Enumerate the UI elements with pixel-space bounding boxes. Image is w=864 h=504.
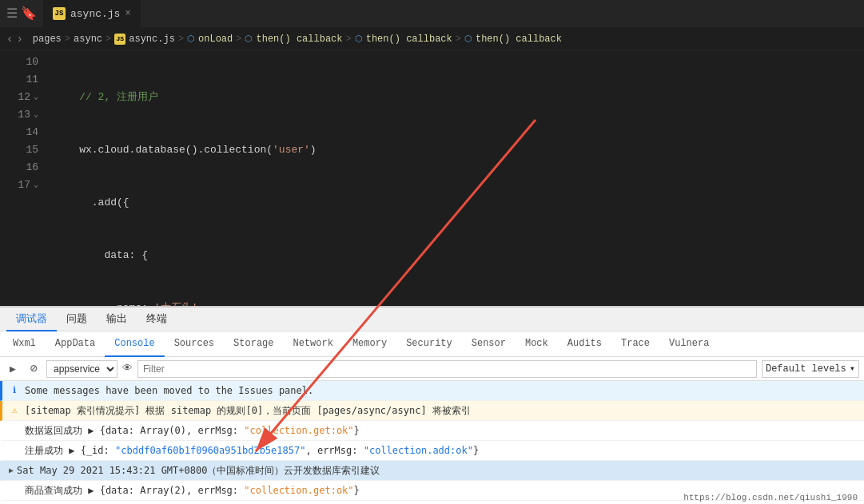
code-area: 10 11 12⌄ 13⌄ 14 15 16 17⌄ // 2, 注册用户 wx… [0,50,864,306]
console-msg-sat1[interactable]: ▶ Sat May 29 2021 15:43:21 GMT+0800（中国标准… [0,461,864,481]
filter-input[interactable] [137,360,757,378]
row-arrow-icon: ▶ [9,463,14,478]
nav-back-icon[interactable]: ‹ [6,33,13,46]
info-icon: ℹ [9,385,20,396]
breadcrumb-then1[interactable]: then() callback [256,34,342,45]
code-comment: // 2, 注册用户 [54,91,158,103]
app-wrapper: ☰ 🔖 JS async.js × ‹ › pages > async > JS… [0,0,864,504]
code-line-14: name: '大石头' [48,300,864,306]
breadcrumb-onload[interactable]: onLoad [198,34,233,45]
tab-memory[interactable]: Memory [343,331,396,357]
tab-debugger[interactable]: 调试器 [6,308,57,331]
devtools-tabs2: Wxml AppData Console Sources Storage Net… [0,331,864,357]
tab-console[interactable]: Console [105,331,164,357]
tab-vulnera[interactable]: Vulnera [659,331,719,357]
stop-button[interactable]: ⊘ [26,361,42,377]
code-text: data: { [54,249,148,261]
msg-empty-icon [9,425,20,436]
devtools-tabs1: 调试器 问题 输出 终端 [0,308,864,331]
devtools-panel: 调试器 问题 输出 终端 Wxml AppData Console Source… [0,306,864,504]
breadcrumb-pages[interactable]: pages [33,34,62,45]
breadcrumb: ‹ › pages > async > JS async.js > ⬡ onLo… [0,28,864,50]
tab-appdata[interactable]: AppData [46,331,105,357]
tab-network[interactable]: Network [284,331,343,357]
tab-sources[interactable]: Sources [165,331,224,357]
msg-text-register: 注册成功 ▶ {_id: "cbddf0af60b1f0960a951bd2b5… [25,443,858,458]
msg-text-info: Some messages have been moved to the Iss… [25,383,858,398]
eye-button[interactable]: 👁 [122,363,133,375]
code-line-12: .add({ [48,194,864,212]
msg-text-warn: [sitemap 索引情况提示] 根据 sitemap 的规则[0]，当前页面 … [25,403,858,418]
tab-trace[interactable]: Trace [611,331,659,357]
tab-sensor[interactable]: Sensor [462,331,516,357]
breadcrumb-js-icon: JS [114,34,125,45]
breadcrumb-sep-6: > [456,34,461,45]
breadcrumb-sep-2: > [106,34,111,45]
line-15-num: 15 [0,141,38,159]
line-17-num: 17⌄ [0,177,38,194]
fold-12[interactable]: ⌄ [34,89,38,106]
console-msg-info: ℹ Some messages have been moved to the I… [0,381,864,401]
tab-filename: async.js [70,8,120,20]
fold-17[interactable]: ⌄ [34,177,38,194]
code-text: wx.cloud.database().collection( [54,144,273,156]
code-punct: ) [310,144,317,156]
console-msg-data-return: 数据返回成功 ▶ {data: Array(0), errMsg: "colle… [0,421,864,441]
hamburger-icon[interactable]: ☰ [6,6,18,22]
code-line-13: data: { [48,247,864,264]
tab-bar: ☰ 🔖 JS async.js × [0,0,864,28]
tab-close-button[interactable]: × [125,8,130,19]
msg-text-sat1: Sat May 29 2021 15:43:21 GMT+0800（中国标准时间… [17,463,858,478]
tab-terminal[interactable]: 终端 [137,308,177,331]
fold-13[interactable]: ⌄ [34,106,38,124]
bottom-link: https://blog.csdn.net/qiushi_1990 [683,493,858,502]
tab-mock[interactable]: Mock [516,331,558,357]
devtools-toolbar: ▶ ⊘ appservice 👁 Default levels ▾ [0,357,864,381]
js-file-icon: JS [53,7,66,20]
code-string-user: 'user' [273,144,310,156]
breadcrumb-sep-4: > [236,34,241,45]
line-numbers: 10 11 12⌄ 13⌄ 14 15 16 17⌄ [0,50,48,306]
default-levels-dropdown[interactable]: Default levels ▾ [762,360,859,378]
msg-text-data-return: 数据返回成功 ▶ {data: Array(0), errMsg: "colle… [25,423,858,438]
play-button[interactable]: ▶ [5,361,21,377]
breadcrumb-then2[interactable]: then() callback [366,34,452,45]
line-12-num: 12⌄ [0,89,38,106]
tab-issues[interactable]: 问题 [57,308,97,331]
default-levels-label: Default levels [766,363,846,375]
breadcrumb-async[interactable]: async [74,34,102,45]
breadcrumb-sep-1: > [65,34,70,45]
context-select[interactable]: appservice [46,360,117,378]
code-line-10: // 2, 注册用户 [48,89,864,106]
breadcrumb-fn-icon-1: ⬡ [187,34,195,44]
tab-output[interactable]: 输出 [97,308,137,331]
breadcrumb-nav: ‹ › [6,33,23,46]
bottom-link-text: https://blog.csdn.net/qiushi_1990 [683,493,858,502]
msg-empty-icon3 [9,485,20,496]
breadcrumb-fn-icon-3: ⬡ [355,34,363,44]
code-string-name: '大石头' [154,302,198,306]
line-11-num: 11 [0,71,38,89]
nav-forward-icon[interactable]: › [16,33,22,46]
line-16-num: 16 [0,159,38,177]
chevron-down-icon: ▾ [850,363,855,375]
console-msg-register: 注册成功 ▶ {_id: "cbddf0af60b1f0960a951bd2b5… [0,441,864,461]
code-content: // 2, 注册用户 wx.cloud.database().collectio… [48,50,864,306]
code-text: .add({ [54,196,129,208]
warn-icon: ⚠ [9,405,20,416]
msg-empty-icon2 [9,445,20,456]
breadcrumb-sep-3: > [178,34,184,45]
tab-wxml[interactable]: Wxml [3,331,46,357]
breadcrumb-filename[interactable]: async.js [129,34,175,45]
tab-security[interactable]: Security [396,331,462,357]
breadcrumb-then3[interactable]: then() callback [476,34,562,45]
line-13-num: 13⌄ [0,106,38,124]
bookmark-icon[interactable]: 🔖 [21,6,37,22]
tab-audits[interactable]: Audits [558,331,611,357]
tab-bar-left: ☰ 🔖 [0,6,43,22]
line-10-num: 10 [0,54,38,71]
console-area: ℹ Some messages have been moved to the I… [0,381,864,504]
async-js-tab[interactable]: JS async.js × [43,0,141,28]
tab-storage[interactable]: Storage [224,331,283,357]
line-14-num: 14 [0,124,38,141]
